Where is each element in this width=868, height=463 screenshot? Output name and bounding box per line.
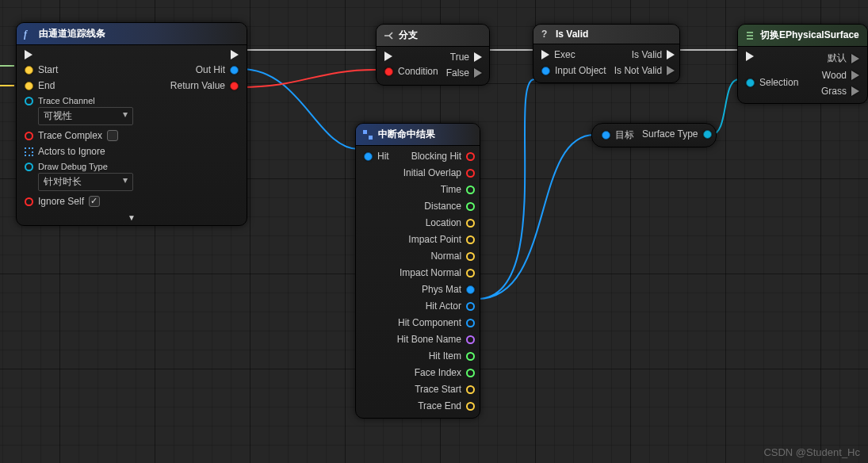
draw-debug-pin[interactable] bbox=[25, 163, 33, 171]
node-break-hit[interactable]: 中断命中结果 Hit Blocking Hit Initial Overlap … bbox=[355, 123, 480, 419]
switch-icon bbox=[744, 30, 755, 41]
trace-complex-checkbox[interactable] bbox=[107, 130, 118, 141]
end-pin[interactable]: End bbox=[25, 80, 133, 91]
target-pin[interactable]: 目标 bbox=[602, 128, 634, 142]
normal-pin[interactable]: Normal bbox=[430, 251, 475, 262]
array-icon bbox=[25, 147, 33, 156]
hit-actor-pin[interactable]: Hit Actor bbox=[426, 300, 475, 312]
trace-channel-select[interactable]: 可视性 bbox=[38, 107, 133, 125]
exec-in-pin[interactable]: Exec bbox=[541, 49, 606, 60]
phys-mat-pin[interactable]: Phys Mat bbox=[422, 284, 475, 295]
out-hit-pin[interactable]: Out Hit bbox=[196, 64, 239, 75]
true-exec-pin[interactable]: True bbox=[450, 52, 482, 63]
impact-point-pin[interactable]: Impact Point bbox=[408, 234, 475, 245]
node-title: Is Valid bbox=[556, 29, 588, 40]
time-pin[interactable]: Time bbox=[441, 184, 475, 195]
face-index-pin[interactable]: Face Index bbox=[415, 367, 475, 378]
impact-normal-pin[interactable]: Impact Normal bbox=[400, 267, 475, 278]
node-branch[interactable]: 分支 Condition True False bbox=[376, 24, 490, 86]
exec-in-pin[interactable] bbox=[384, 52, 438, 61]
node-surface-type[interactable]: 目标 Surface Type bbox=[591, 123, 717, 147]
grass-exec-pin[interactable]: Grass bbox=[821, 86, 859, 97]
draw-debug-select[interactable]: 针对时长 bbox=[38, 173, 133, 191]
break-icon bbox=[362, 129, 373, 140]
selection-pin[interactable]: Selection bbox=[746, 77, 798, 88]
trace-complex-pin[interactable]: Trace Complex bbox=[25, 130, 133, 141]
node-is-valid[interactable]: ? Is Valid Exec Input Object Is Valid Is… bbox=[533, 24, 680, 83]
svg-text:?: ? bbox=[541, 29, 547, 40]
expand-arrow-icon[interactable]: ▼ bbox=[17, 213, 247, 225]
ignore-self-checkbox[interactable] bbox=[89, 196, 100, 207]
svg-text:f: f bbox=[24, 29, 28, 40]
node-header[interactable]: 切换EPhysicalSurface bbox=[738, 25, 867, 47]
distance-pin[interactable]: Distance bbox=[424, 201, 475, 212]
node-line-trace[interactable]: f 由通道追踪线条 Start End Trace Channel 可视性 Tr… bbox=[16, 22, 247, 226]
inputs-column: Start End Trace Channel 可视性 Trace Comple… bbox=[20, 50, 133, 207]
node-title: 分支 bbox=[399, 29, 418, 42]
location-pin[interactable]: Location bbox=[426, 217, 475, 228]
node-switch-surface[interactable]: 切换EPhysicalSurface Selection 默认 Wood Gra… bbox=[737, 24, 868, 104]
exec-out-pin[interactable] bbox=[231, 50, 239, 59]
return-value-pin[interactable]: Return Value bbox=[170, 80, 239, 91]
exec-in-pin[interactable] bbox=[746, 52, 798, 61]
watermark-text: CSDN @Student_Hc bbox=[763, 446, 860, 458]
node-title: 切换EPhysicalSurface bbox=[760, 29, 859, 42]
svg-rect-2 bbox=[363, 130, 367, 134]
default-exec-pin[interactable]: 默认 bbox=[828, 52, 859, 65]
hit-component-pin[interactable]: Hit Component bbox=[398, 317, 475, 328]
branch-icon bbox=[383, 30, 394, 41]
hit-pin[interactable]: Hit bbox=[364, 151, 389, 162]
condition-pin[interactable]: Condition bbox=[384, 66, 438, 77]
node-title: 由通道追踪线条 bbox=[39, 27, 105, 40]
trace-end-pin[interactable]: Trace End bbox=[418, 400, 475, 411]
blocking-hit-pin[interactable]: Blocking Hit bbox=[411, 151, 475, 162]
node-header[interactable]: f 由通道追踪线条 bbox=[17, 23, 247, 45]
trace-start-pin[interactable]: Trace Start bbox=[415, 384, 475, 395]
trace-channel-pin[interactable] bbox=[25, 97, 33, 105]
wood-exec-pin[interactable]: Wood bbox=[822, 70, 859, 81]
svg-rect-3 bbox=[369, 136, 373, 140]
question-icon: ? bbox=[540, 29, 551, 40]
false-exec-pin[interactable]: False bbox=[446, 67, 482, 78]
hit-item-pin[interactable]: Hit Item bbox=[429, 350, 475, 362]
is-valid-exec-pin[interactable]: Is Valid bbox=[632, 49, 675, 60]
node-header[interactable]: 中断命中结果 bbox=[356, 124, 480, 146]
node-header[interactable]: 分支 bbox=[377, 25, 489, 47]
hit-bone-name-pin[interactable]: Hit Bone Name bbox=[397, 334, 475, 345]
initial-overlap-pin[interactable]: Initial Overlap bbox=[403, 167, 475, 178]
start-pin[interactable]: Start bbox=[25, 64, 133, 75]
surface-type-out-pin[interactable]: Surface Type bbox=[642, 128, 712, 140]
is-not-valid-exec-pin[interactable]: Is Not Valid bbox=[614, 65, 675, 76]
node-header[interactable]: ? Is Valid bbox=[533, 25, 679, 44]
node-title: 中断命中结果 bbox=[378, 128, 435, 141]
function-icon: f bbox=[23, 29, 34, 40]
exec-in-pin[interactable] bbox=[25, 50, 133, 59]
actors-to-ignore-pin[interactable]: Actors to Ignore bbox=[25, 146, 133, 157]
input-object-pin[interactable]: Input Object bbox=[541, 65, 606, 76]
ignore-self-pin[interactable]: Ignore Self bbox=[25, 196, 133, 207]
outputs-column: Out Hit Return Value bbox=[170, 50, 243, 207]
